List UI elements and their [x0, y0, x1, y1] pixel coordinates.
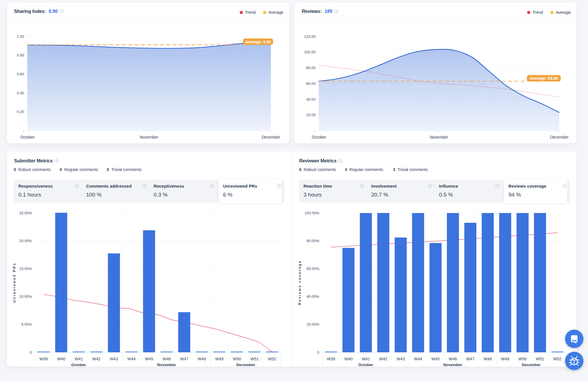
svg-text:December: December: [236, 363, 255, 367]
svg-text:20.00%: 20.00%: [19, 239, 32, 243]
svg-text:October: October: [312, 135, 326, 139]
svg-text:40.00%: 40.00%: [307, 294, 320, 299]
svg-text:15.00%: 15.00%: [19, 267, 32, 271]
svg-text:W41: W41: [75, 357, 83, 361]
svg-text:W48: W48: [483, 357, 492, 361]
svg-text:November: November: [430, 135, 448, 139]
svg-text:W43: W43: [110, 357, 118, 361]
svg-text:W46: W46: [449, 357, 457, 361]
svg-text:December: December: [522, 363, 541, 367]
svg-text:W44: W44: [127, 357, 136, 361]
svg-text:W42: W42: [379, 357, 388, 361]
svg-text:W45: W45: [145, 357, 153, 361]
svg-text:October: October: [71, 363, 86, 367]
svg-text:25.00%: 25.00%: [19, 211, 32, 215]
svg-text:W42: W42: [92, 357, 100, 361]
svg-text:W46: W46: [163, 357, 171, 361]
svg-text:0: 0: [30, 350, 32, 355]
svg-text:W47: W47: [180, 357, 188, 361]
svg-text:W43: W43: [396, 357, 405, 361]
svg-text:0.20: 0.20: [17, 110, 24, 114]
svg-text:120.00: 120.00: [304, 34, 316, 39]
svg-text:W40: W40: [57, 357, 65, 361]
svg-text:W49: W49: [501, 357, 509, 361]
svg-text:80.00%: 80.00%: [307, 239, 320, 243]
svg-text:October: October: [20, 135, 35, 139]
svg-text:W45: W45: [432, 357, 440, 361]
svg-text:80.00: 80.00: [306, 66, 316, 70]
svg-text:W39: W39: [40, 357, 48, 361]
svg-text:100.00%: 100.00%: [305, 211, 320, 215]
svg-text:0.40: 0.40: [17, 91, 24, 95]
svg-text:October: October: [358, 363, 374, 367]
svg-text:0.80: 0.80: [17, 53, 24, 57]
svg-text:100.00: 100.00: [304, 50, 316, 54]
svg-text:W41: W41: [362, 357, 370, 361]
svg-text:1.00: 1.00: [17, 34, 24, 39]
svg-text:W40: W40: [344, 357, 353, 361]
svg-text:W52: W52: [553, 357, 562, 361]
svg-text:0: 0: [317, 350, 319, 355]
svg-text:December: December: [262, 135, 281, 139]
svg-text:November: November: [443, 363, 463, 367]
svg-text:Unreviewed PRs: Unreviewed PRs: [12, 263, 16, 303]
svg-text:W39: W39: [327, 357, 335, 361]
svg-text:W47: W47: [466, 357, 475, 361]
svg-text:W51: W51: [250, 357, 259, 361]
svg-text:Reviews coverage: Reviews coverage: [298, 260, 302, 305]
svg-text:W44: W44: [414, 357, 422, 361]
svg-text:Average: 63.00: Average: 63.00: [530, 76, 558, 81]
svg-text:-: -: [314, 129, 316, 133]
svg-text:60.00: 60.00: [306, 81, 316, 86]
svg-text:0.60: 0.60: [17, 72, 24, 76]
svg-text:W49: W49: [215, 357, 224, 361]
svg-text:-: -: [23, 129, 24, 133]
svg-text:November: November: [157, 363, 176, 367]
svg-text:W50: W50: [519, 357, 527, 361]
svg-text:10.00%: 10.00%: [19, 294, 32, 299]
svg-text:20.00%: 20.00%: [307, 322, 320, 326]
svg-text:20.00: 20.00: [306, 113, 316, 117]
svg-text:November: November: [140, 135, 158, 139]
svg-text:40.00: 40.00: [306, 97, 316, 102]
svg-text:December: December: [550, 135, 569, 139]
svg-text:60.00%: 60.00%: [307, 267, 320, 271]
svg-text:W50: W50: [233, 357, 241, 361]
svg-text:W48: W48: [198, 357, 206, 361]
svg-text:W51: W51: [536, 357, 544, 361]
svg-text:5.00%: 5.00%: [21, 322, 32, 326]
svg-text:Average: 0.91: Average: 0.91: [245, 40, 271, 44]
svg-text:W52: W52: [268, 357, 276, 361]
